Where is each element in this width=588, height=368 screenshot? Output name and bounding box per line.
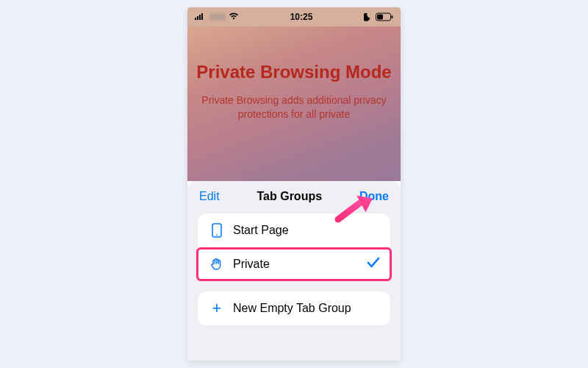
svg-rect-6 (391, 15, 392, 18)
checkmark-icon (367, 257, 380, 272)
plus-icon: + (208, 300, 226, 316)
status-time: 10:25 (290, 12, 313, 22)
tab-groups-sheet: Edit Tab Groups Done Start Page Private (187, 181, 401, 361)
status-bar: 10:25 (187, 7, 401, 26)
signal-icon (195, 12, 207, 22)
svg-rect-1 (197, 16, 198, 20)
moon-icon (364, 13, 373, 21)
svg-rect-5 (377, 15, 383, 20)
done-button[interactable]: Done (359, 190, 389, 203)
battery-icon (376, 13, 393, 21)
tab-group-private[interactable]: Private (198, 247, 390, 281)
tab-group-list: Start Page Private (198, 213, 390, 281)
svg-point-8 (216, 235, 218, 236)
hero-title: Private Browsing Mode (187, 62, 401, 83)
svg-rect-2 (199, 15, 201, 20)
row-label: Private (233, 258, 367, 271)
private-browsing-hero: Private Browsing Mode Private Browsing a… (187, 26, 401, 181)
tab-group-start-page[interactable]: Start Page (198, 213, 390, 247)
sheet-header: Edit Tab Groups Done (187, 181, 401, 210)
wifi-icon (229, 12, 239, 22)
carrier-blur (209, 13, 226, 21)
hand-icon (208, 257, 226, 272)
new-group-section: + New Empty Tab Group (198, 291, 390, 325)
edit-button[interactable]: Edit (199, 190, 220, 203)
row-label: Start Page (233, 224, 380, 237)
hero-subtitle: Private Browsing adds additional privacy… (187, 93, 401, 121)
device-icon (208, 223, 226, 238)
sheet-title: Tab Groups (257, 190, 322, 203)
svg-rect-3 (201, 13, 203, 20)
svg-rect-0 (195, 18, 196, 20)
phone-frame: 10:25 Private Browsing Mode Private Brow… (187, 7, 401, 361)
new-empty-tab-group[interactable]: + New Empty Tab Group (198, 291, 390, 325)
row-label: New Empty Tab Group (233, 302, 380, 315)
